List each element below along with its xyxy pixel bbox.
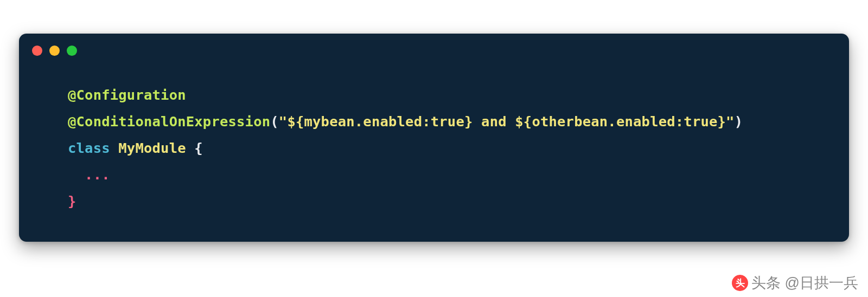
code-string: "${mybean.enabled:true} and ${otherbean.…	[279, 113, 735, 130]
code-window: @Configuration @ConditionalOnExpression(…	[19, 34, 849, 242]
code-block: @Configuration @ConditionalOnExpression(…	[19, 61, 849, 215]
code-paren: )	[735, 113, 743, 130]
window-titlebar	[19, 34, 849, 61]
code-annotation: @ConditionalOnExpression	[68, 113, 270, 130]
watermark: 头 头条 @日拱一兵	[732, 273, 858, 293]
code-brace: {	[194, 140, 203, 156]
watermark-logo-icon: 头	[732, 275, 748, 291]
code-ellipsis: ...	[68, 166, 110, 183]
code-brace: }	[68, 193, 76, 209]
code-classname: MyModule	[110, 140, 195, 156]
maximize-icon[interactable]	[67, 46, 77, 56]
code-keyword: class	[68, 140, 110, 156]
code-paren: (	[270, 113, 279, 130]
code-annotation: @Configuration	[68, 87, 186, 103]
close-icon[interactable]	[32, 46, 42, 56]
minimize-icon[interactable]	[49, 46, 60, 56]
watermark-text: 头条 @日拱一兵	[751, 273, 858, 293]
